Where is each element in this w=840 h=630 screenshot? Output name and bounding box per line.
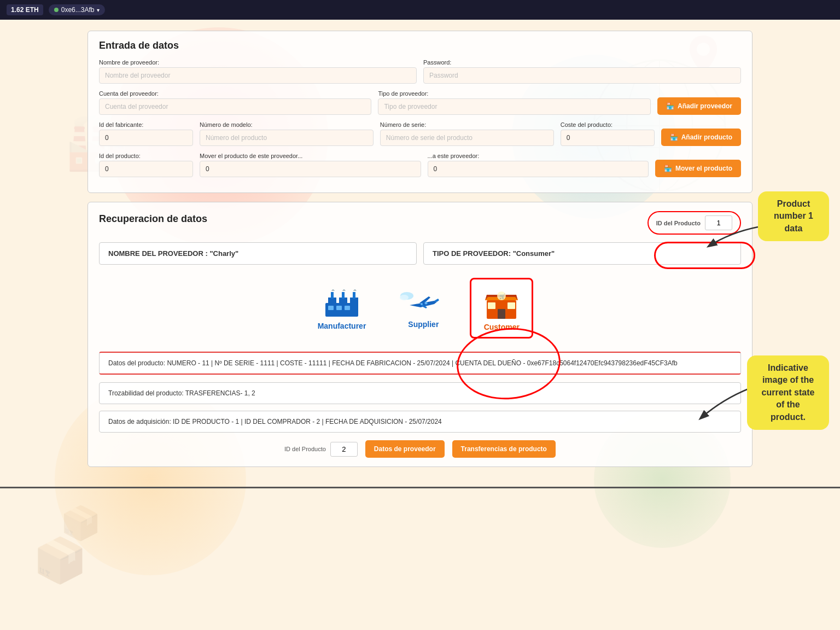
mover-row: Id del producto: Mover el producto de es… <box>99 153 741 177</box>
id-producto-bottom-label: ID del Producto <box>284 446 326 452</box>
id-producto-entry-group: Id del producto: <box>99 153 193 177</box>
datos-proveedor-button[interactable]: Datos de proveedor <box>365 440 445 458</box>
nombre-proveedor-label: Nombre de proveedor: <box>99 59 417 66</box>
id-producto-entry-input[interactable] <box>99 161 193 177</box>
wallet-status-dot <box>54 8 59 12</box>
entrada-datos-title: Entrada de datos <box>99 40 741 51</box>
provider-info-row: NOMBRE DEL PROVEEDOR : "Charly" TIPO DE … <box>99 242 741 265</box>
svg-point-19 <box>421 303 423 305</box>
main-content: Entrada de datos Nombre de proveedor: Pa… <box>0 20 840 487</box>
factory-icon <box>323 287 361 319</box>
mover-a-group: ...a este proveedor: <box>428 153 649 177</box>
numero-modelo-input[interactable] <box>200 130 374 146</box>
add-producto-button[interactable]: 🏪 Añadir producto <box>661 129 741 146</box>
product-number-annotation: Product number 1 data <box>758 191 829 241</box>
producto-row: Id del fabricante: Número de modelo: Núm… <box>99 121 741 146</box>
eth-amount: 1.62 ETH <box>11 6 39 14</box>
cuenta-proveedor-input[interactable] <box>99 98 371 115</box>
recuperacion-header: Recuperacion de datos ID del Producto <box>99 211 741 235</box>
svg-rect-14 <box>336 306 342 310</box>
eth-badge: 1.62 ETH <box>7 4 43 15</box>
coste-input[interactable] <box>561 130 655 146</box>
nombre-proveedor-group: Nombre de proveedor: <box>99 59 417 84</box>
add-proveedor-button[interactable]: 🏪 Añadir proveedor <box>657 97 741 115</box>
wallet-badge[interactable]: 0xe6...3Afb ▾ <box>49 4 106 15</box>
chevron-down-icon: ▾ <box>97 7 100 13</box>
tipo-proveedor-input[interactable] <box>378 98 650 115</box>
id-producto-box: ID del Producto <box>648 211 741 235</box>
id-producto-box-label: ID del Producto <box>656 220 701 226</box>
top-bar: 1.62 ETH 0xe6...3Afb ▾ <box>0 0 840 20</box>
shop-icon: 🛒 <box>482 285 521 320</box>
id-fabricante-group: Id del fabricante: <box>99 121 193 146</box>
id-producto-entry-label: Id del producto: <box>99 153 193 159</box>
id-fabricante-input[interactable] <box>99 130 193 146</box>
svg-rect-15 <box>345 306 350 310</box>
indicative-image-annotation: Indicative image of the current state of… <box>747 355 829 430</box>
add-proveedor-icon: 🏪 <box>666 102 674 110</box>
cuenta-tipo-row: Cuenta del proveedor: Tipo de proveedor:… <box>99 90 741 115</box>
customer-icon-box[interactable]: 🛒 Customer <box>470 278 533 339</box>
acquisition-display: Datos de adquisición: ID DE PRODUCTO - 1… <box>99 411 741 433</box>
svg-rect-12 <box>353 292 355 299</box>
svg-rect-10 <box>331 292 334 299</box>
numero-serie-input[interactable] <box>380 130 554 146</box>
svg-text:🛒: 🛒 <box>499 293 506 300</box>
proveedor-password-row: Nombre de proveedor: Password: <box>99 59 741 84</box>
entrada-datos-section: Entrada de datos Nombre de proveedor: Pa… <box>88 31 752 193</box>
id-fabricante-label: Id del fabricante: <box>99 121 193 128</box>
supplier-icon-box[interactable]: Supplier <box>388 282 459 334</box>
mover-a-input[interactable] <box>428 161 649 177</box>
svg-rect-23 <box>508 302 515 309</box>
numero-modelo-group: Número de modelo: <box>200 121 374 146</box>
mover-desde-label: Mover el producto de este proveedor... <box>200 153 421 159</box>
customer-label: Customer <box>484 323 520 331</box>
numero-serie-label: Número de serie: <box>380 121 554 128</box>
wallet-address: 0xe6...3Afb <box>61 6 95 14</box>
cuenta-proveedor-group: Cuenta del proveedor: <box>99 90 371 115</box>
recuperacion-datos-section: Recuperacion de datos ID del Producto NO… <box>88 202 752 467</box>
svg-rect-21 <box>498 309 505 319</box>
coste-label: Coste del producto: <box>561 121 655 128</box>
mover-desde-input[interactable] <box>200 161 421 177</box>
manufacturer-label: Manufacturer <box>318 322 366 330</box>
supplier-label: Supplier <box>408 320 439 329</box>
svg-point-18 <box>425 302 428 305</box>
id-producto-bottom-input[interactable] <box>330 442 358 457</box>
password-input[interactable] <box>423 67 741 84</box>
coste-group: Coste del producto: <box>561 121 655 146</box>
svg-rect-22 <box>488 302 495 309</box>
mover-desde-group: Mover el producto de este proveedor... <box>200 153 421 177</box>
id-producto-box-input[interactable] <box>705 215 732 230</box>
id-producto-bottom-group: ID del Producto <box>284 442 358 457</box>
product-data-display: Datos del producto: NUMERO - 11 | Nº DE … <box>99 352 741 375</box>
nombre-proveedor-display: NOMBRE DEL PROVEEDOR : "Charly" <box>99 242 417 265</box>
svg-rect-13 <box>328 306 334 310</box>
bottom-actions: ID del Producto Datos de proveedor Trans… <box>99 440 741 458</box>
password-group: Password: <box>423 59 741 84</box>
mover-icon: 🏪 <box>664 165 672 172</box>
svg-rect-11 <box>342 292 345 299</box>
nombre-proveedor-input[interactable] <box>99 67 417 84</box>
numero-modelo-label: Número de modelo: <box>200 121 374 128</box>
tipo-proveedor-display: TIPO DE PROVEEDOR: "Consumer" <box>423 242 741 265</box>
svg-point-17 <box>400 295 409 300</box>
traceability-display: Trozabilidad del producto: TRASFERENCIAS… <box>99 382 741 404</box>
bottom-border <box>0 487 840 488</box>
type-icons-row: Manufacturer <box>99 272 741 344</box>
cuenta-proveedor-label: Cuenta del proveedor: <box>99 90 371 97</box>
plane-icon <box>399 288 448 318</box>
manufacturer-icon-box[interactable]: Manufacturer <box>307 281 377 336</box>
add-producto-icon: 🏪 <box>670 133 678 141</box>
numero-serie-group: Número de serie: <box>380 121 554 146</box>
recuperacion-title: Recuperacion de datos <box>99 213 207 225</box>
tipo-proveedor-group: Tipo de proveedor: <box>378 90 650 115</box>
transferencias-button[interactable]: Transferencias de producto <box>452 440 556 458</box>
mover-producto-button[interactable]: 🏪 Mover el producto <box>655 160 741 177</box>
mover-a-label: ...a este proveedor: <box>428 153 649 159</box>
tipo-proveedor-label: Tipo de proveedor: <box>378 90 650 97</box>
password-label: Password: <box>423 59 741 66</box>
